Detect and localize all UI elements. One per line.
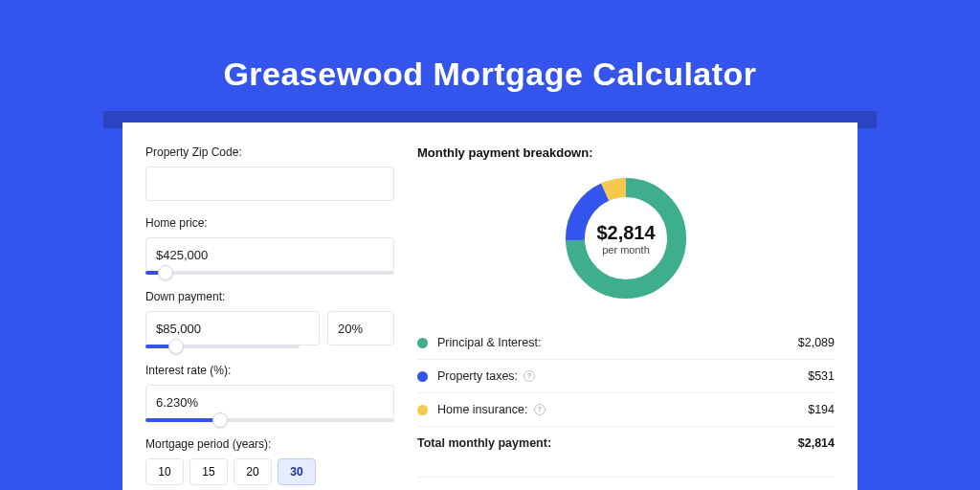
zip-field: Property Zip Code:: [145, 145, 394, 201]
period-option-15[interactable]: 15: [189, 458, 228, 485]
line-item-label: Home insurance:?: [437, 403, 808, 416]
interest-rate-input[interactable]: [145, 385, 394, 419]
home-price-slider[interactable]: [145, 271, 394, 275]
info-icon[interactable]: ?: [523, 370, 535, 382]
amortization-section: Amortization for mortgage loan Amortizat…: [417, 477, 835, 490]
donut-center: $2,814 per month: [559, 171, 693, 305]
donut-sub: per month: [602, 244, 650, 256]
zip-label: Property Zip Code:: [145, 145, 394, 159]
home-price-label: Home price:: [145, 216, 394, 230]
line-item-value: $531: [808, 369, 835, 383]
yellow-dot-icon: [417, 405, 428, 415]
line-item-property-taxes: Property taxes:?$531: [417, 360, 835, 393]
period-option-20[interactable]: 20: [234, 458, 272, 485]
home-price-input[interactable]: [145, 237, 394, 272]
down-payment-slider[interactable]: [145, 345, 300, 348]
period-label: Mortgage period (years):: [145, 437, 394, 451]
period-option-30[interactable]: 30: [278, 458, 316, 485]
down-payment-pct-input[interactable]: [327, 311, 394, 345]
home-price-slider-thumb[interactable]: [158, 265, 173, 280]
line-item-label: Principal & Interest:: [437, 336, 798, 349]
interest-rate-slider[interactable]: [145, 418, 394, 422]
interest-rate-slider-fill: [145, 418, 220, 422]
total-label: Total monthly payment:: [417, 436, 798, 450]
payment-donut-chart: $2,814 per month: [559, 171, 693, 305]
zip-input[interactable]: [145, 167, 394, 201]
blue-dot-icon: [417, 371, 428, 382]
interest-rate-label: Interest rate (%):: [145, 364, 394, 377]
period-segmented: 10152030: [145, 458, 394, 485]
donut-amount: $2,814: [596, 222, 655, 244]
donut-wrap: $2,814 per month: [417, 171, 835, 305]
calculator-card: Property Zip Code: Home price: Down paym…: [122, 122, 858, 490]
green-dot-icon: [417, 338, 428, 348]
page-title: Greasewood Mortgage Calculator: [0, 0, 980, 93]
down-payment-slider-thumb[interactable]: [168, 339, 184, 354]
line-item-total: Total monthly payment:$2,814: [417, 427, 835, 459]
line-item-label: Property taxes:?: [437, 369, 808, 383]
breakdown-heading: Monthly payment breakdown:: [417, 145, 835, 160]
form-column: Property Zip Code: Home price: Down paym…: [145, 145, 394, 490]
down-payment-label: Down payment:: [145, 290, 394, 303]
line-item-home-insurance: Home insurance:?$194: [417, 393, 835, 427]
line-items: Principal & Interest:$2,089Property taxe…: [417, 326, 835, 459]
down-payment-field: Down payment:: [145, 290, 394, 348]
line-item-value: $2,089: [798, 336, 835, 349]
line-item-value: $194: [808, 403, 835, 416]
period-field: Mortgage period (years): 10152030: [145, 437, 394, 485]
interest-rate-slider-thumb[interactable]: [212, 412, 228, 428]
interest-rate-field: Interest rate (%):: [145, 364, 394, 422]
period-option-10[interactable]: 10: [145, 458, 184, 485]
home-price-field: Home price:: [145, 216, 394, 275]
breakdown-column: Monthly payment breakdown: $2,814 per mo…: [417, 145, 835, 490]
info-icon[interactable]: ?: [534, 404, 546, 415]
line-item-principal-interest: Principal & Interest:$2,089: [417, 326, 835, 360]
total-value: $2,814: [798, 436, 835, 450]
